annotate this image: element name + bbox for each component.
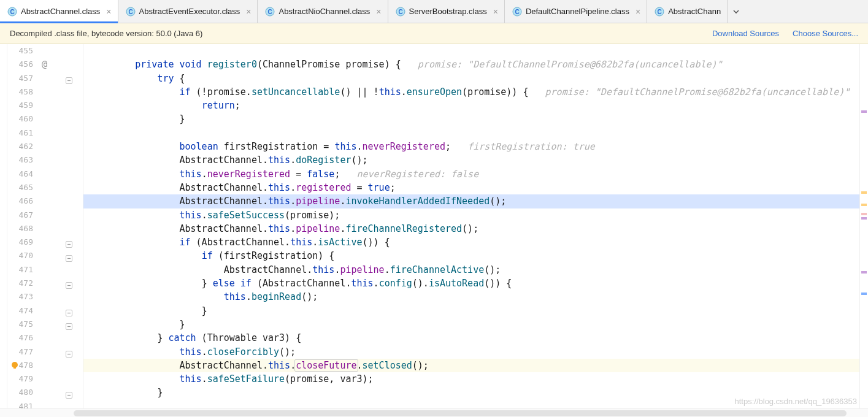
class-file-icon: C [396, 7, 405, 17]
code-line[interactable] [83, 44, 859, 58]
code-line[interactable]: } else if (AbstractChannel.this.config()… [83, 277, 859, 290]
code-line[interactable]: AbstractChannel.this.doRegister(); [83, 153, 859, 167]
line-number[interactable]: 472 [7, 277, 33, 290]
code-line[interactable]: return; [83, 99, 859, 112]
code-area[interactable]: private void register0(ChannelPromise pr… [83, 44, 859, 408]
intention-bulb-icon[interactable] [10, 361, 20, 370]
code-line[interactable]: AbstractChannel.this.pipeline.invokeHand… [83, 194, 859, 208]
breakpoint-strip[interactable] [0, 44, 7, 408]
code-line[interactable]: try { [83, 72, 859, 85]
error-stripe-mark[interactable] [861, 204, 867, 206]
code-line[interactable]: this.neverRegistered = false; neverRegis… [83, 167, 859, 181]
code-line[interactable] [83, 126, 859, 140]
editor-tab[interactable]: CDefaultChannelPipeline.class× [505, 0, 647, 23]
line-number[interactable]: 479 [7, 372, 33, 386]
gutter-annotations: @ [37, 44, 61, 408]
line-number[interactable]: 456 [7, 58, 33, 71]
watermark-text: https://blog.csdn.net/qq_19636353 [735, 397, 858, 406]
code-line[interactable]: } [83, 304, 859, 318]
line-number[interactable]: 459 [7, 99, 33, 112]
line-number[interactable]: 477 [7, 345, 33, 359]
close-icon[interactable]: × [636, 7, 640, 16]
fold-toggle-icon[interactable] [66, 75, 72, 82]
line-number[interactable]: 480 [7, 386, 33, 399]
fold-toggle-icon[interactable] [66, 349, 72, 356]
fold-toggle-icon[interactable] [66, 321, 72, 328]
fold-toggle-icon[interactable] [66, 239, 72, 246]
code-line[interactable]: this.safeSetSuccess(promise); [83, 208, 859, 222]
code-line[interactable]: } [83, 318, 859, 331]
fold-column[interactable] [61, 44, 77, 408]
error-stripe-mark[interactable] [861, 191, 867, 194]
code-line[interactable]: if (!promise.setUncancellable() || !this… [83, 85, 859, 99]
line-number[interactable]: 455 [7, 44, 33, 58]
editor-tab[interactable]: CAbstractEventExecutor.class× [118, 0, 258, 23]
close-icon[interactable]: × [106, 7, 111, 16]
code-line[interactable]: boolean firstRegistration = this.neverRe… [83, 140, 859, 153]
fold-toggle-icon[interactable] [66, 280, 72, 287]
code-line[interactable]: } [83, 112, 859, 126]
line-number[interactable]: 469 [7, 235, 33, 249]
class-file-icon: C [512, 7, 522, 17]
error-stripe-mark[interactable] [861, 271, 867, 274]
code-line[interactable]: this.closeForcibly(); [83, 345, 859, 359]
download-sources-link[interactable]: Download Sources [712, 29, 779, 38]
error-stripe-mark[interactable] [861, 213, 867, 215]
line-number[interactable]: 462 [7, 140, 33, 153]
line-number[interactable]: 463 [7, 153, 33, 167]
line-number[interactable]: 474 [7, 304, 33, 318]
editor-tab[interactable]: CServerBootstrap.class× [388, 0, 505, 23]
editor-tab[interactable]: CAbstractNioChannel.class× [258, 0, 388, 23]
override-gutter-icon[interactable]: @ [42, 58, 47, 71]
class-file-icon: C [7, 7, 17, 17]
svg-point-12 [12, 362, 18, 368]
code-line[interactable]: AbstractChannel.this.registered = true; [83, 181, 859, 194]
line-number[interactable]: 475 [7, 318, 33, 331]
line-number[interactable]: 473 [7, 290, 33, 304]
code-line[interactable]: if (AbstractChannel.this.isActive()) { [83, 235, 859, 249]
code-line[interactable]: this.beginRead(); [83, 290, 859, 304]
line-number[interactable]: 476 [7, 331, 33, 345]
code-line[interactable]: AbstractChannel.this.closeFuture.setClos… [83, 359, 859, 372]
line-number[interactable]: 457 [7, 72, 33, 85]
fold-toggle-icon[interactable] [66, 308, 72, 315]
fold-toggle-icon[interactable] [66, 253, 72, 260]
tab-label: AbstractChannel.class [21, 7, 100, 16]
tab-label: DefaultChannelPipeline.class [526, 7, 629, 16]
line-number[interactable]: 465 [7, 181, 33, 194]
code-line[interactable]: AbstractChannel.this.pipeline.fireChanne… [83, 263, 859, 277]
code-line[interactable]: private void register0(ChannelPromise pr… [83, 58, 859, 71]
line-number[interactable]: 470 [7, 249, 33, 262]
line-number[interactable]: 464 [7, 167, 33, 181]
code-line[interactable]: if (firstRegistration) { [83, 249, 859, 262]
svg-text:C: C [398, 8, 402, 15]
editor-tab[interactable]: CAbstractChannel.class× [0, 0, 118, 23]
line-number[interactable]: 471 [7, 263, 33, 277]
line-number-gutter[interactable]: 4554564574584594604614624634644654664674… [7, 44, 37, 408]
line-number[interactable]: 461 [7, 126, 33, 140]
line-number[interactable]: 467 [7, 208, 33, 222]
line-number[interactable]: 466 [7, 194, 33, 208]
notice-text: Decompiled .class file, bytecode version… [10, 29, 202, 38]
error-stripe-mark[interactable] [861, 217, 867, 220]
close-icon[interactable]: × [246, 7, 251, 16]
error-stripe-mark[interactable] [861, 293, 867, 295]
code-line[interactable]: } catch (Throwable var3) { [83, 331, 859, 345]
error-stripe-mark[interactable] [861, 110, 867, 113]
choose-sources-link[interactable]: Choose Sources... [793, 29, 858, 38]
class-file-icon: C [265, 7, 275, 17]
error-stripe[interactable] [859, 44, 868, 408]
horizontal-scrollbar[interactable] [0, 408, 868, 417]
code-line[interactable]: AbstractChannel.this.pipeline.fireChanne… [83, 222, 859, 235]
code-line[interactable]: this.safeSetFailure(promise, var3); [83, 372, 859, 386]
close-icon[interactable]: × [376, 7, 381, 16]
editor-tab[interactable]: CAbstractChann [647, 0, 728, 23]
line-number[interactable]: 460 [7, 112, 33, 126]
scrollbar-thumb[interactable] [74, 410, 847, 416]
close-icon[interactable]: × [493, 7, 498, 16]
fold-toggle-icon[interactable] [66, 390, 72, 397]
line-number[interactable]: 468 [7, 222, 33, 235]
line-number[interactable]: 458 [7, 85, 33, 99]
tab-overflow-button[interactable] [728, 0, 745, 23]
code-editor[interactable]: 4554564574584594604614624634644654664674… [0, 44, 868, 408]
